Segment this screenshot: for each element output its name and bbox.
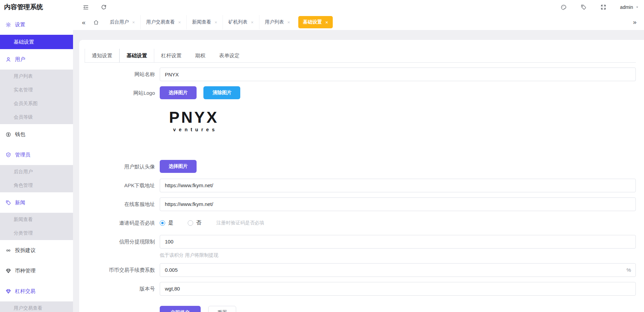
radio-yes[interactable] — [160, 220, 165, 226]
gear-icon — [5, 21, 12, 28]
settings-tabs: 通知设置 基础设置 杠杆设置 期权 表单设定 — [85, 49, 636, 63]
form-row: 邀请码是否必填 是 否 注册时验证码是否必填 — [85, 216, 636, 230]
sidebar-item-wallet[interactable]: 钱包 — [0, 124, 73, 145]
sidebar-item-label: 钱包 — [15, 131, 25, 138]
sidebar-item-news-view[interactable]: 新闻查看 — [0, 213, 73, 226]
form-row: 在线客服地址 — [85, 197, 636, 211]
sidebar-item-basic-settings-active[interactable]: 基础设置 — [0, 35, 73, 49]
basic-settings-form: 网站名称 网站Logo 选择图片 清除图片 PNYX ventures 用户默认… — [85, 68, 636, 312]
sidebar-item-label: 基础设置 — [14, 39, 34, 45]
close-icon[interactable]: × — [178, 20, 181, 25]
reset-button[interactable]: 重置 — [208, 306, 236, 312]
form-row: 币币交易手续费系数 % — [85, 263, 636, 277]
refresh-icon[interactable] — [101, 4, 107, 10]
home-icon[interactable] — [93, 19, 99, 25]
sidebar-item-admins[interactable]: 管理员 — [0, 145, 73, 165]
site-name-label: 网站名称 — [85, 68, 160, 81]
sidebar-item-user-trade-view[interactable]: 用户交易查看 — [0, 301, 73, 312]
palette-icon[interactable] — [560, 4, 567, 11]
sidebar-item-news[interactable]: 新闻 — [0, 192, 73, 213]
sidebar-item-role-mgmt[interactable]: 角色管理 — [0, 179, 73, 192]
radio-no-label: 否 — [196, 220, 201, 226]
sidebar-item-label: 用户 — [15, 56, 25, 63]
logo-text: PNYX — [160, 109, 228, 126]
radio-yes-label: 是 — [168, 220, 173, 226]
apk-url-label: APK下载地址 — [85, 179, 160, 192]
sidebar-subgroup-admins: 后台用户 角色管理 — [0, 165, 73, 192]
sidebar-subgroup-users: 用户列表 实名管理 会员关系图 会员等级 — [0, 70, 73, 124]
version-input[interactable] — [160, 282, 636, 296]
page-tab[interactable]: 新闻查看 × — [186, 15, 223, 29]
credit-limit-label: 信用分提现限制 — [85, 235, 160, 249]
sidebar-item-category-mgmt[interactable]: 分类管理 — [0, 226, 73, 240]
form-row: 信用分提现限制 低于该积分 用户将限制提现 — [85, 235, 636, 258]
select-avatar-button[interactable]: 选择图片 — [160, 160, 197, 173]
close-icon[interactable]: × — [132, 20, 135, 25]
credit-limit-help: 低于该积分 用户将限制提现 — [160, 252, 636, 258]
username: admin — [620, 4, 633, 10]
page-tab[interactable]: 后台用户 × — [104, 15, 141, 29]
radio-no[interactable] — [188, 220, 193, 226]
sidebar-item-coin-mgmt[interactable]: 币种管理 — [0, 261, 73, 281]
settings-card: 通知设置 基础设置 杠杆设置 期权 表单设定 网站名称 网站Logo 选择图片 … — [79, 40, 644, 312]
sidebar-item-user-list[interactable]: 用户列表 — [0, 70, 73, 83]
sidebar-item-leverage[interactable]: 杠杆交易 — [0, 281, 73, 301]
sidebar-item-feedback[interactable]: 投拆建议 — [0, 240, 73, 261]
tag-icon[interactable] — [581, 4, 587, 10]
fullscreen-icon[interactable] — [600, 4, 606, 10]
select-image-button[interactable]: 选择图片 — [160, 86, 197, 99]
invite-code-label: 邀请码是否必填 — [85, 216, 160, 230]
close-icon[interactable]: × — [251, 20, 254, 25]
form-row: APK下载地址 — [85, 179, 636, 192]
sidebar-item-realname[interactable]: 实名管理 — [0, 83, 73, 97]
tab-form-settings[interactable]: 表单设定 — [212, 49, 246, 62]
sidebar-item-member-graph[interactable]: 会员关系图 — [0, 97, 73, 110]
sidebar-item-member-level[interactable]: 会员等级 — [0, 110, 73, 124]
sidebar-subgroup-news: 新闻查看 分类管理 — [0, 213, 73, 240]
site-logo-label: 网站Logo — [85, 86, 160, 100]
service-url-label: 在线客服地址 — [85, 197, 160, 211]
apk-url-input[interactable] — [160, 179, 636, 192]
user-menu[interactable]: admin — [620, 4, 639, 10]
clear-image-button[interactable]: 清除图片 — [203, 86, 240, 99]
sidebar-item-label: 新闻 — [15, 199, 25, 206]
tab-leverage-settings[interactable]: 杠杆设置 — [154, 49, 188, 62]
page-tab[interactable]: 矿机列表 × — [223, 15, 259, 29]
form-row: 用户默认头像 选择图片 — [85, 160, 636, 174]
dollar-circle-icon — [5, 131, 12, 137]
tabs-scroll-right-icon[interactable]: » — [633, 18, 636, 26]
tab-basic-settings[interactable]: 基础设置 — [119, 49, 154, 62]
close-icon[interactable]: × — [287, 20, 290, 25]
sidebar-item-users[interactable]: 用户 — [0, 49, 73, 70]
invite-code-note: 注册时验证码是否必填 — [216, 220, 264, 226]
sidebar-item-label: 杠杆交易 — [15, 288, 35, 295]
close-icon[interactable]: × — [215, 20, 217, 25]
tabs-scroll-left-icon[interactable]: « — [81, 19, 87, 26]
percent-suffix: % — [627, 263, 631, 277]
default-avatar-label: 用户默认头像 — [85, 160, 160, 174]
page-tab[interactable]: 用户交易查看 × — [140, 15, 186, 29]
form-row: 网站Logo 选择图片 清除图片 PNYX ventures — [85, 86, 636, 155]
infinity-icon — [5, 247, 12, 253]
sidebar-item-label: 币种管理 — [15, 268, 35, 274]
tab-options[interactable]: 期权 — [188, 49, 212, 62]
form-row: 版本号 — [85, 282, 636, 296]
shield-check-icon — [5, 152, 12, 158]
sidebar-item-backend-users[interactable]: 后台用户 — [0, 165, 73, 179]
page-tab[interactable]: 用户列表 × — [259, 15, 296, 29]
submit-button[interactable]: 立即提交 — [160, 306, 201, 312]
tab-notify-settings[interactable]: 通知设置 — [85, 49, 119, 62]
fee-rate-input[interactable] — [160, 263, 636, 277]
content-area: 通知设置 基础设置 杠杆设置 期权 表单设定 网站名称 网站Logo 选择图片 … — [73, 30, 644, 312]
site-name-input[interactable] — [160, 68, 636, 81]
credit-limit-input[interactable] — [160, 235, 636, 249]
sidebar-item-settings[interactable]: 设置 — [0, 14, 73, 35]
close-icon[interactable]: × — [326, 20, 328, 25]
sidebar-item-label: 管理员 — [15, 152, 30, 158]
nav-tabbar: « 后台用户 × 用户交易查看 × 新闻查看 × 矿机列表 × 用户列表 × 基… — [73, 14, 644, 30]
service-url-input[interactable] — [160, 197, 636, 211]
site-logo-preview: PNYX ventures — [160, 109, 228, 132]
fold-icon[interactable] — [83, 4, 89, 11]
page-tab-active[interactable]: 基础设置 × — [298, 16, 333, 28]
form-actions: 立即提交 重置 — [85, 306, 636, 312]
